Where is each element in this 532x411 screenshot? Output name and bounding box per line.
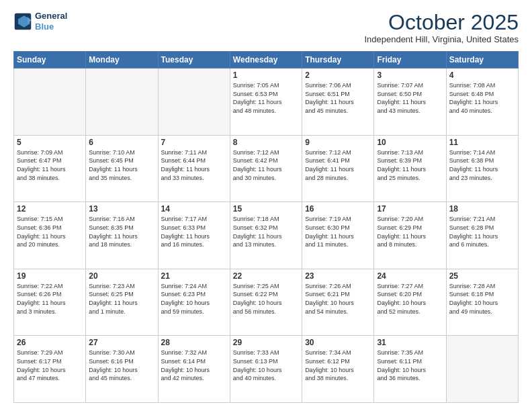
day-info: Sunrise: 7:07 AMSunset: 6:50 PMDaylight:… bbox=[377, 81, 443, 115]
calendar-cell: 1Sunrise: 7:05 AMSunset: 6:53 PMDaylight… bbox=[230, 68, 302, 136]
logo-text: General Blue bbox=[35, 11, 67, 32]
calendar-cell: 15Sunrise: 7:18 AMSunset: 6:32 PMDayligh… bbox=[230, 202, 302, 269]
day-info: Sunrise: 7:20 AMSunset: 6:29 PMDaylight:… bbox=[377, 215, 443, 248]
logo-line1: General bbox=[35, 11, 67, 21]
calendar-cell: 10Sunrise: 7:13 AMSunset: 6:39 PMDayligh… bbox=[374, 135, 446, 202]
day-number: 25 bbox=[449, 271, 515, 281]
weekday-header-sunday: Sunday bbox=[14, 52, 86, 68]
calendar-cell: 8Sunrise: 7:12 AMSunset: 6:42 PMDaylight… bbox=[230, 135, 302, 202]
week-row-0: 1Sunrise: 7:05 AMSunset: 6:53 PMDaylight… bbox=[14, 68, 519, 136]
calendar-cell: 19Sunrise: 7:22 AMSunset: 6:26 PMDayligh… bbox=[14, 269, 86, 336]
calendar-cell bbox=[86, 68, 158, 136]
day-number: 2 bbox=[305, 71, 371, 80]
weekday-header-saturday: Saturday bbox=[446, 52, 518, 68]
day-info: Sunrise: 7:09 AMSunset: 6:47 PMDaylight:… bbox=[17, 148, 83, 182]
day-info: Sunrise: 7:28 AMSunset: 6:18 PMDaylight:… bbox=[449, 282, 515, 316]
day-number: 1 bbox=[233, 71, 299, 80]
calendar-cell: 29Sunrise: 7:33 AMSunset: 6:13 PMDayligh… bbox=[230, 336, 302, 403]
weekday-header-friday: Friday bbox=[374, 52, 446, 68]
calendar-cell: 22Sunrise: 7:25 AMSunset: 6:22 PMDayligh… bbox=[230, 269, 302, 336]
day-info: Sunrise: 7:11 AMSunset: 6:44 PMDaylight:… bbox=[161, 148, 227, 182]
calendar-cell: 30Sunrise: 7:34 AMSunset: 6:12 PMDayligh… bbox=[302, 336, 374, 403]
day-number: 9 bbox=[305, 138, 371, 147]
calendar-cell bbox=[158, 68, 230, 136]
day-info: Sunrise: 7:16 AMSunset: 6:35 PMDaylight:… bbox=[89, 215, 154, 248]
day-number: 31 bbox=[377, 338, 443, 347]
day-info: Sunrise: 7:24 AMSunset: 6:23 PMDaylight:… bbox=[161, 282, 227, 316]
calendar-cell: 3Sunrise: 7:07 AMSunset: 6:50 PMDaylight… bbox=[374, 68, 446, 136]
calendar-cell: 4Sunrise: 7:08 AMSunset: 6:48 PMDaylight… bbox=[446, 68, 518, 136]
day-info: Sunrise: 7:17 AMSunset: 6:33 PMDaylight:… bbox=[161, 215, 227, 248]
calendar-cell: 18Sunrise: 7:21 AMSunset: 6:28 PMDayligh… bbox=[446, 202, 518, 269]
day-info: Sunrise: 7:25 AMSunset: 6:22 PMDaylight:… bbox=[233, 282, 299, 316]
calendar-cell: 24Sunrise: 7:27 AMSunset: 6:20 PMDayligh… bbox=[374, 269, 446, 336]
week-row-3: 19Sunrise: 7:22 AMSunset: 6:26 PMDayligh… bbox=[14, 269, 519, 336]
day-number: 12 bbox=[17, 204, 83, 214]
day-info: Sunrise: 7:35 AMSunset: 6:11 PMDaylight:… bbox=[377, 349, 443, 382]
day-number: 6 bbox=[89, 138, 154, 147]
day-info: Sunrise: 7:30 AMSunset: 6:16 PMDaylight:… bbox=[89, 349, 154, 382]
calendar-cell: 12Sunrise: 7:15 AMSunset: 6:36 PMDayligh… bbox=[14, 202, 86, 269]
day-info: Sunrise: 7:33 AMSunset: 6:13 PMDaylight:… bbox=[233, 349, 299, 382]
calendar-cell: 6Sunrise: 7:10 AMSunset: 6:45 PMDaylight… bbox=[86, 135, 158, 202]
logo: General Blue bbox=[13, 11, 67, 32]
day-number: 10 bbox=[377, 138, 443, 147]
day-number: 20 bbox=[89, 271, 154, 281]
day-info: Sunrise: 7:32 AMSunset: 6:14 PMDaylight:… bbox=[161, 349, 227, 382]
calendar-cell: 16Sunrise: 7:19 AMSunset: 6:30 PMDayligh… bbox=[302, 202, 374, 269]
day-number: 17 bbox=[377, 204, 443, 214]
day-number: 3 bbox=[377, 71, 443, 80]
title-block: October 2025 Independent Hill, Virginia,… bbox=[364, 11, 519, 44]
calendar-cell: 13Sunrise: 7:16 AMSunset: 6:35 PMDayligh… bbox=[86, 202, 158, 269]
day-info: Sunrise: 7:05 AMSunset: 6:53 PMDaylight:… bbox=[233, 81, 299, 115]
day-info: Sunrise: 7:13 AMSunset: 6:39 PMDaylight:… bbox=[377, 148, 443, 182]
week-row-4: 26Sunrise: 7:29 AMSunset: 6:17 PMDayligh… bbox=[14, 336, 519, 403]
calendar-cell: 2Sunrise: 7:06 AMSunset: 6:51 PMDaylight… bbox=[302, 68, 374, 136]
calendar-cell: 14Sunrise: 7:17 AMSunset: 6:33 PMDayligh… bbox=[158, 202, 230, 269]
weekday-header-tuesday: Tuesday bbox=[158, 52, 230, 68]
day-info: Sunrise: 7:10 AMSunset: 6:45 PMDaylight:… bbox=[89, 148, 154, 182]
calendar-cell bbox=[14, 68, 86, 136]
weekday-header-monday: Monday bbox=[86, 52, 158, 68]
day-info: Sunrise: 7:21 AMSunset: 6:28 PMDaylight:… bbox=[449, 215, 515, 248]
day-info: Sunrise: 7:12 AMSunset: 6:41 PMDaylight:… bbox=[305, 148, 371, 182]
page: General Blue October 2025 Independent Hi… bbox=[0, 0, 532, 411]
calendar-cell: 25Sunrise: 7:28 AMSunset: 6:18 PMDayligh… bbox=[446, 269, 518, 336]
calendar-cell: 23Sunrise: 7:26 AMSunset: 6:21 PMDayligh… bbox=[302, 269, 374, 336]
day-info: Sunrise: 7:18 AMSunset: 6:32 PMDaylight:… bbox=[233, 215, 299, 248]
day-number: 27 bbox=[89, 338, 154, 347]
day-number: 19 bbox=[17, 271, 83, 281]
day-info: Sunrise: 7:27 AMSunset: 6:20 PMDaylight:… bbox=[377, 282, 443, 316]
calendar-cell: 11Sunrise: 7:14 AMSunset: 6:38 PMDayligh… bbox=[446, 135, 518, 202]
day-number: 11 bbox=[449, 138, 515, 147]
weekday-header-wednesday: Wednesday bbox=[230, 52, 302, 68]
calendar-cell: 7Sunrise: 7:11 AMSunset: 6:44 PMDaylight… bbox=[158, 135, 230, 202]
day-number: 21 bbox=[161, 271, 227, 281]
day-number: 18 bbox=[449, 204, 515, 214]
calendar-cell: 20Sunrise: 7:23 AMSunset: 6:25 PMDayligh… bbox=[86, 269, 158, 336]
day-number: 23 bbox=[305, 271, 371, 281]
day-number: 29 bbox=[233, 338, 299, 347]
logo-icon bbox=[13, 12, 32, 31]
day-info: Sunrise: 7:22 AMSunset: 6:26 PMDaylight:… bbox=[17, 282, 83, 316]
logo-line2: Blue bbox=[35, 21, 67, 32]
month-title: October 2025 bbox=[364, 11, 519, 34]
weekday-header-row: SundayMondayTuesdayWednesdayThursdayFrid… bbox=[14, 52, 519, 68]
day-info: Sunrise: 7:26 AMSunset: 6:21 PMDaylight:… bbox=[305, 282, 371, 316]
calendar-cell: 28Sunrise: 7:32 AMSunset: 6:14 PMDayligh… bbox=[158, 336, 230, 403]
day-info: Sunrise: 7:12 AMSunset: 6:42 PMDaylight:… bbox=[233, 148, 299, 182]
calendar-cell: 31Sunrise: 7:35 AMSunset: 6:11 PMDayligh… bbox=[374, 336, 446, 403]
day-info: Sunrise: 7:06 AMSunset: 6:51 PMDaylight:… bbox=[305, 81, 371, 115]
day-number: 26 bbox=[17, 338, 83, 347]
calendar-cell: 17Sunrise: 7:20 AMSunset: 6:29 PMDayligh… bbox=[374, 202, 446, 269]
day-info: Sunrise: 7:19 AMSunset: 6:30 PMDaylight:… bbox=[305, 215, 371, 248]
header: General Blue October 2025 Independent Hi… bbox=[13, 11, 519, 44]
day-number: 16 bbox=[305, 204, 371, 214]
calendar-cell bbox=[446, 336, 518, 403]
day-number: 14 bbox=[161, 204, 227, 214]
day-info: Sunrise: 7:14 AMSunset: 6:38 PMDaylight:… bbox=[449, 148, 515, 182]
calendar-table: SundayMondayTuesdayWednesdayThursdayFrid… bbox=[13, 51, 519, 403]
calendar-cell: 9Sunrise: 7:12 AMSunset: 6:41 PMDaylight… bbox=[302, 135, 374, 202]
day-number: 5 bbox=[17, 138, 83, 147]
day-number: 7 bbox=[161, 138, 227, 147]
